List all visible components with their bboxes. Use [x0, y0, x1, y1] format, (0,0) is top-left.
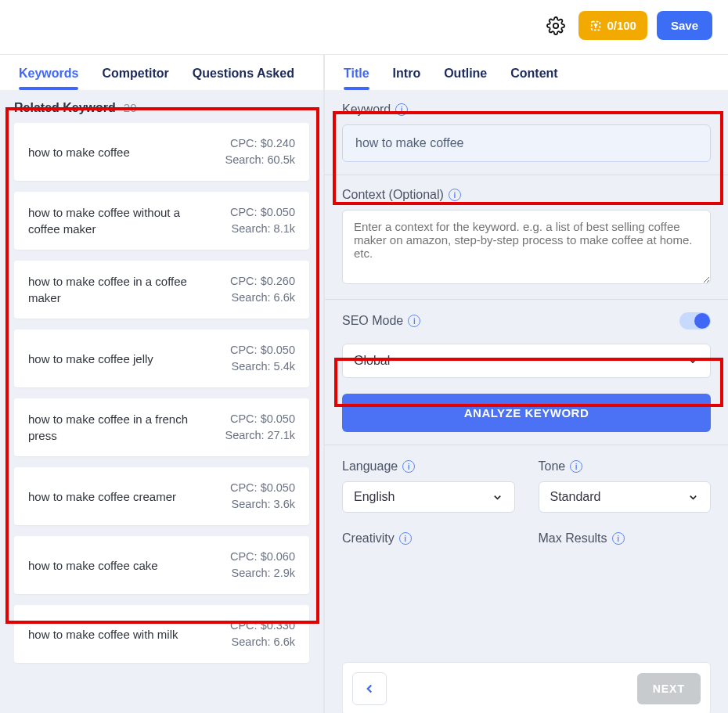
keyword-card[interactable]: how to make coffee in a french pressCPC:…: [14, 398, 309, 456]
creativity-label: Creativity i: [342, 531, 515, 546]
tab-outline[interactable]: Outline: [444, 67, 487, 90]
usage-badge[interactable]: 0/100: [578, 11, 647, 40]
tab-intro[interactable]: Intro: [393, 67, 421, 90]
chevron-down-icon: [687, 355, 699, 367]
svg-point-0: [553, 23, 558, 27]
keyword-text: how to make coffee in a coffee maker: [28, 273, 193, 306]
keyword-text: how to make coffee: [28, 144, 130, 160]
keyword-cpc: CPC: $0.330: [230, 618, 295, 634]
keyword-search: Search: 3.6k: [230, 496, 295, 513]
keyword-text: how to make coffee creamer: [28, 488, 176, 505]
keyword-text: how to make coffee jelly: [28, 351, 153, 367]
keyword-card[interactable]: how to make coffeeCPC: $0.240Search: 60.…: [14, 123, 309, 181]
keyword-cpc: CPC: $0.050: [230, 342, 295, 358]
keyword-cpc: CPC: $0.050: [230, 480, 295, 496]
keyword-text: how to make coffee cake: [28, 557, 158, 574]
language-label: Language i: [342, 459, 515, 474]
analyze-keyword-button[interactable]: ANALYZE KEYWORD: [342, 394, 711, 432]
context-textarea[interactable]: [342, 210, 711, 284]
keyword-card[interactable]: how to make coffee cakeCPC: $0.060Search…: [14, 536, 309, 594]
keyword-search: Search: 6.6k: [230, 290, 295, 306]
keyword-text: how to make coffee without a coffee make…: [28, 204, 193, 237]
keyword-cpc: CPC: $0.050: [230, 204, 295, 221]
info-icon[interactable]: i: [402, 460, 415, 473]
info-icon[interactable]: i: [408, 315, 420, 327]
tab-title[interactable]: Title: [344, 67, 369, 90]
tone-label: Tone i: [539, 459, 712, 474]
save-button[interactable]: Save: [657, 11, 712, 40]
next-button[interactable]: NEXT: [637, 673, 701, 704]
related-keyword-title: Related Keyword: [14, 101, 116, 115]
keyword-meta: CPC: $0.050Search: 5.4k: [230, 342, 295, 375]
keyword-text: how to make coffee with milk: [28, 626, 178, 643]
keyword-label: Keyword i: [342, 103, 711, 117]
keyword-card[interactable]: how to make coffee jellyCPC: $0.050Searc…: [14, 329, 309, 387]
keyword-card[interactable]: how to make coffee without a coffee make…: [14, 192, 309, 250]
keyword-search: Search: 2.9k: [230, 565, 295, 582]
keyword-meta: CPC: $0.240Search: 60.5k: [225, 135, 295, 168]
related-keyword-count: 20: [124, 101, 137, 114]
usage-count: 0/100: [607, 19, 636, 32]
gear-icon: [546, 16, 565, 35]
export-icon: [589, 20, 602, 32]
keyword-meta: CPC: $0.260Search: 6.6k: [230, 273, 295, 306]
keyword-meta: CPC: $0.050Search: 27.1k: [225, 411, 295, 444]
info-icon[interactable]: i: [395, 103, 408, 116]
keyword-list: how to make coffeeCPC: $0.240Search: 60.…: [0, 123, 323, 679]
keyword-meta: CPC: $0.330Search: 6.6k: [230, 618, 295, 650]
tab-questions-asked[interactable]: Questions Asked: [193, 67, 294, 90]
keyword-cpc: CPC: $0.050: [225, 411, 295, 427]
info-icon[interactable]: i: [570, 460, 582, 473]
info-icon[interactable]: i: [612, 532, 625, 545]
region-value: Global: [354, 354, 390, 368]
context-label: Context (Optional) i: [342, 188, 711, 202]
keyword-card[interactable]: how to make coffee with milkCPC: $0.330S…: [14, 605, 309, 663]
seo-mode-toggle[interactable]: [679, 312, 711, 329]
tab-competitor[interactable]: Competitor: [102, 67, 168, 90]
max-results-label: Max Results i: [539, 531, 712, 546]
keyword-meta: CPC: $0.050Search: 8.1k: [230, 204, 295, 237]
chevron-down-icon: [687, 492, 699, 503]
keyword-search: Search: 60.5k: [225, 152, 295, 168]
keyword-meta: CPC: $0.050Search: 3.6k: [230, 480, 295, 513]
chevron-left-icon: [362, 682, 377, 696]
right-tabs: Title Intro Outline Content: [325, 55, 728, 90]
related-keyword-header: Related Keyword 20: [0, 90, 323, 123]
keyword-search: Search: 8.1k: [230, 221, 295, 237]
keyword-search: Search: 6.6k: [230, 634, 295, 650]
keyword-card[interactable]: how to make coffee in a coffee makerCPC:…: [14, 261, 309, 319]
prev-button[interactable]: [352, 672, 387, 705]
keyword-text: how to make coffee in a french press: [28, 411, 193, 444]
keyword-search: Search: 27.1k: [225, 427, 295, 444]
keyword-meta: CPC: $0.060Search: 2.9k: [230, 549, 295, 582]
chevron-down-icon: [492, 492, 503, 503]
keyword-cpc: CPC: $0.260: [230, 273, 295, 290]
tab-content[interactable]: Content: [510, 67, 557, 90]
settings-button[interactable]: [542, 13, 569, 39]
keyword-cpc: CPC: $0.060: [230, 549, 295, 565]
keyword-search: Search: 5.4k: [230, 358, 295, 375]
region-select[interactable]: Global: [342, 344, 711, 378]
seo-mode-label: SEO Mode i: [342, 314, 420, 328]
language-value: English: [354, 490, 395, 504]
tone-value: Standard: [550, 490, 601, 504]
tab-keywords[interactable]: Keywords: [19, 67, 78, 90]
keyword-card[interactable]: how to make coffee creamerCPC: $0.050Sea…: [14, 467, 309, 525]
language-select[interactable]: English: [342, 481, 515, 513]
keyword-cpc: CPC: $0.240: [225, 135, 295, 152]
bottom-nav: NEXT: [342, 662, 711, 713]
info-icon[interactable]: i: [399, 532, 412, 545]
toggle-knob: [694, 313, 710, 329]
left-tabs: Keywords Competitor Questions Asked: [0, 55, 323, 90]
info-icon[interactable]: i: [449, 189, 461, 201]
keyword-input[interactable]: [342, 124, 711, 162]
tone-select[interactable]: Standard: [539, 481, 712, 513]
